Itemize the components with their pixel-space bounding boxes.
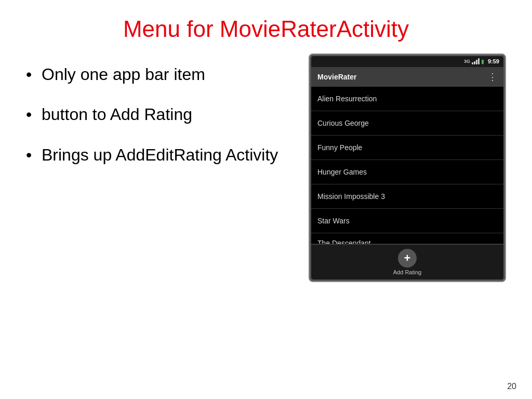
- movie-item-partial[interactable]: The Descendant...: [311, 233, 503, 244]
- movie-name-partial: The Descendant...: [317, 239, 377, 244]
- movie-item-2[interactable]: Curious George: [311, 111, 503, 136]
- movie-item-6[interactable]: Star Wars: [311, 209, 503, 233]
- movie-name-1: Alien Resurrection: [317, 95, 377, 103]
- status-bar: 3G ▮ 9:59: [311, 56, 503, 67]
- slide-title: Menu for MovieRaterActivity: [26, 16, 506, 43]
- movie-item-4[interactable]: Hunger Games: [311, 160, 503, 184]
- overflow-menu-icon[interactable]: ⋮: [488, 71, 497, 83]
- signal-bar-3: [476, 60, 477, 64]
- signal-bar-1: [472, 62, 473, 64]
- status-icons: 3G ▮ 9:59: [464, 58, 499, 65]
- battery-icon: ▮: [481, 58, 484, 65]
- slide: Menu for MovieRaterActivity Only one app…: [0, 0, 532, 399]
- bullet-item-3: Brings up AddEditRating Activity: [26, 144, 298, 166]
- movie-name-2: Curious George: [317, 119, 369, 127]
- status-time: 9:59: [488, 58, 499, 64]
- slide-content: Only one app bar item button to Add Rati…: [26, 59, 506, 389]
- page-number: 20: [507, 382, 516, 391]
- phone-mockup: 3G ▮ 9:59 Movie: [309, 54, 506, 282]
- add-rating-bar: + Add Rating: [311, 244, 503, 280]
- signal-icon: [472, 58, 480, 64]
- add-rating-button[interactable]: +: [398, 249, 417, 268]
- bullet-item-2: button to Add Rating: [26, 104, 298, 126]
- movie-list: Alien Resurrection Curious George Funny …: [311, 87, 503, 244]
- signal-bar-4: [478, 58, 480, 64]
- movie-name-3: Funny People: [317, 143, 362, 152]
- movie-name-5: Mission Impossible 3: [317, 192, 385, 201]
- movie-item-5[interactable]: Mission Impossible 3: [311, 184, 503, 209]
- phone-screen: 3G ▮ 9:59 Movie: [311, 56, 503, 280]
- bullet-item-1: Only one app bar item: [26, 64, 298, 86]
- network-icon: 3G: [464, 59, 470, 64]
- movie-item-3[interactable]: Funny People: [311, 136, 503, 160]
- signal-bar-2: [474, 61, 475, 64]
- movie-name-4: Hunger Games: [317, 168, 367, 176]
- bullet-list: Only one app bar item button to Add Rati…: [26, 59, 298, 185]
- app-bar-title: MovieRater: [317, 73, 356, 81]
- movie-name-6: Star Wars: [317, 217, 350, 225]
- action-bar: MovieRater ⋮: [311, 67, 503, 87]
- phone-frame: 3G ▮ 9:59 Movie: [309, 54, 506, 282]
- add-rating-label: Add Rating: [393, 269, 421, 275]
- movie-item-1[interactable]: Alien Resurrection: [311, 87, 503, 111]
